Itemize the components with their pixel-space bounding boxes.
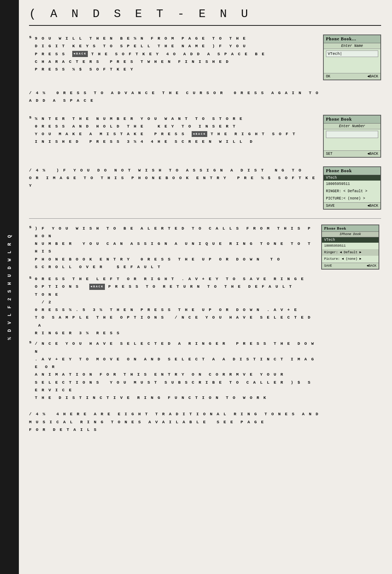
phone-screen-2-title: Phone Book	[324, 116, 380, 124]
phone-screen-4-back: ◄BACK	[367, 264, 376, 268]
back-btn-1: ◄BACK	[72, 51, 88, 57]
divider-1	[29, 218, 381, 219]
section-4-text-block: / 4 % ) F Y O U D O N O T W I S H T O A …	[29, 166, 317, 190]
section-3-bullet: s % N T E R T H E N U M B E R Y O U W A …	[29, 115, 317, 146]
phone-screen-2-body	[324, 140, 380, 150]
phone-screen-2-set: SET	[326, 152, 332, 156]
title-divider	[29, 25, 381, 26]
section-1-text-block: s 9 O U W I L L T H E N B E % N F R O M …	[29, 35, 317, 77]
phone-screen-1-subtitle: Enter Name	[324, 43, 380, 49]
lower-sections-left: s ) F Y O U W I S H T O B E A L E R T E …	[29, 225, 315, 405]
back-btn-lower2: ◄BACK	[89, 284, 105, 290]
phone-screen-4-row4: Picture: ◄ (none) ►	[322, 256, 379, 262]
phone-screen-1: Phone Book... Enter Name VTech| OK ◄BACK	[323, 35, 381, 80]
sidebar: % D V L F 2 S H U D W L R Q	[0, 0, 19, 574]
section-2: / 4 % 0 R E S S T O A D V A N C E T H E …	[29, 89, 381, 105]
right-screens-col: Phone Book IPhone Dook VTech 18005959511…	[321, 225, 381, 405]
phone-screen-3-row1: VTech	[324, 175, 380, 181]
phone-screen-4: Phone Book IPhone Dook VTech 18005959511…	[321, 225, 379, 270]
section-1-text: 9 O U W I L L T H E N B E % N F R O M P …	[35, 35, 265, 73]
section-4-row: / 4 % ) F Y O U D O N O T W I S H T O A …	[29, 166, 381, 210]
section-4-text: / 4 % ) F Y O U D O N O T W I S H T O A …	[29, 166, 317, 190]
phone-screen-1-input: VTech|	[326, 50, 378, 57]
section-1-bullet: s 9 O U W I L L T H E N B E % N F R O M …	[29, 35, 317, 73]
section-1-row: s 9 O U W I L L T H E N B E % N F R O M …	[29, 35, 381, 80]
phone-screen-3-title: Phone Book	[324, 167, 380, 175]
lower-bullet-2: s	[29, 275, 32, 337]
section-3-text-block: s % N T E R T H E N U M B E R Y O U W A …	[29, 115, 317, 149]
lower-bullet-3: s	[29, 340, 32, 401]
lower-section-2-text: 0 R E S S T H E L E F T O R R I G H T . …	[35, 275, 315, 337]
lower-section-2: s 0 R E S S T H E L E F T O R R I G H T …	[29, 275, 315, 337]
phone-screen-1-body	[324, 58, 380, 73]
section-3-row: s % N T E R T H E N U M B E R Y O U W A …	[29, 115, 381, 158]
phone-screen-3-back: ◄BACK	[367, 204, 378, 208]
phone-screen-4-row2: 18005959511	[322, 243, 379, 249]
phone-screen-4-row3: Ringer: ◄ Default ►	[322, 249, 379, 256]
phone-screen-2-footer: SET ◄BACK	[324, 150, 380, 157]
phone-screen-4-footer: SAVE ◄BACK	[322, 263, 379, 269]
phone-screen-4-save: SAVE	[324, 264, 332, 268]
lower-bullet-1: s	[29, 225, 32, 271]
phone-screen-2-input	[326, 131, 378, 138]
section-2-text: / 4 % 0 R E S S T O A D V A N C E T H E …	[29, 89, 381, 105]
lower-section-1: s ) F Y O U W I S H T O B E A L E R T E …	[29, 225, 315, 271]
phone-screen-3-save: SAVE	[326, 204, 335, 208]
lower-sections-row: s ) F Y O U W I S H T O B E A L E R T E …	[29, 225, 381, 405]
phone-screen-1-ok: OK	[326, 74, 330, 78]
phone-screen-3-footer: SAVE ◄BACK	[324, 202, 380, 209]
bottom-note: / 4 % 4 H E R E A R E E I G H T T R A D …	[29, 410, 381, 433]
phone-screen-2: Phone Book Enter Number SET ◄BACK	[323, 115, 381, 158]
lower-section-3-text: / N C E Y O U H A V E S E L E C T E D A …	[35, 340, 315, 401]
phone-screen-2-back: ◄BACK	[367, 152, 378, 156]
phone-screen-1-footer: OK ◄BACK	[324, 73, 380, 80]
bullet-1: s	[29, 35, 32, 73]
page-title: ( A N D S E T - E N U	[29, 7, 381, 21]
bottom-note-text: / 4 % 4 H E R E A R E E I G H T T R A D …	[29, 410, 381, 433]
phone-screen-2-subtitle: Enter Number	[324, 124, 380, 129]
phone-screen-3-row2: 18005959511	[324, 181, 380, 188]
phone-screen-3-row4: PICTURE:< (none) >	[324, 195, 380, 202]
sidebar-label: % D V L F 2 S H U D W L R Q	[7, 234, 12, 340]
back-btn-3: ◄BACK	[192, 131, 207, 137]
main-content: ( A N D S E T - E N U s 9 O U W I L L T …	[22, 0, 392, 448]
section-3-text: % N T E R T H E N U M B E R Y O U W A N …	[35, 115, 296, 146]
phone-screen-4-row1: VTech	[322, 237, 379, 243]
lower-section-3: s / N C E Y O U H A V E S E L E C T E D …	[29, 340, 315, 401]
phone-screen-4-title: Phone Book	[322, 225, 379, 232]
bullet-3: s	[29, 115, 32, 146]
phone-screen-1-back: ◄BACK	[367, 74, 378, 78]
lower-section-1-text: ) F Y O U W I S H T O B E A L E R T E D …	[35, 225, 315, 271]
phone-screen-3-row3: RINGER: < Default >	[324, 188, 380, 195]
phone-screen-3: Phone Book VTech 18005959511 RINGER: < D…	[323, 166, 381, 210]
phone-screen-1-title: Phone Book...	[324, 35, 380, 43]
